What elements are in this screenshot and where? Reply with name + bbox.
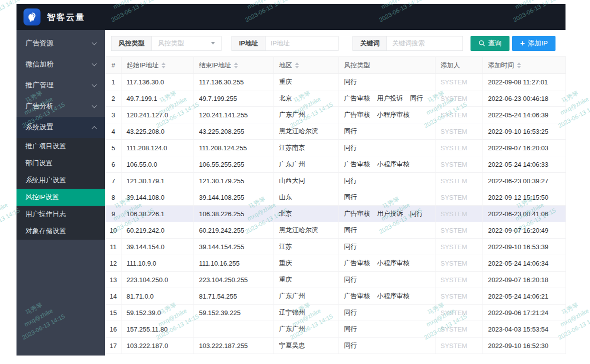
risk-type-filter-group: 风控类型 风控类型 xyxy=(111,36,222,51)
column-header-risk_types: 风控类型 xyxy=(339,57,436,74)
sidebar: 广告资源微信加粉推广管理广告分析系统设置推广项目设置部门设置系统用户设置风控IP… xyxy=(16,30,105,356)
cell-start-ip: 39.144.108.0 xyxy=(122,189,194,206)
table-row[interactable]: 17103.222.187.0103.222.187.255宁夏吴忠同行SYST… xyxy=(106,338,566,354)
sort-desc-icon xyxy=(517,66,521,68)
cell-start-ip: 81.71.0.0 xyxy=(122,288,194,305)
cell-end-ip: 81.71.54.255 xyxy=(194,288,274,305)
cell-start-ip: 106.55.0.0 xyxy=(122,156,194,173)
column-header-label: 添加人 xyxy=(440,61,460,69)
submenu-item-5[interactable]: 用户操作日志 xyxy=(16,206,105,223)
table-row[interactable]: 13223.104.250.0223.104.250.255重庆同行SYSTEM… xyxy=(106,272,566,288)
risk-type-tag: 同行 xyxy=(344,243,357,250)
sidebar-item-5[interactable]: 系统设置 xyxy=(16,117,105,138)
keyword-input[interactable] xyxy=(386,36,463,51)
sidebar-submenu: 推广项目设置部门设置系统用户设置风控IP设置用户操作日志对象存储设置 xyxy=(16,138,105,240)
table-row[interactable]: 6106.55.0.0106.55.255.255广东广州广告审核小程序审核SY… xyxy=(106,156,566,173)
table-row[interactable]: 12111.10.9.0111.10.16.255重庆广告审核小程序审核SYST… xyxy=(106,255,566,272)
risk-type-select[interactable]: 风控类型 xyxy=(152,36,222,51)
table-row[interactable]: 9106.38.226.1106.38.226.255北京广告审核用户投诉同行S… xyxy=(106,206,566,222)
submenu-item-2[interactable]: 部门设置 xyxy=(16,155,105,172)
sidebar-item-4[interactable]: 广告分析 xyxy=(16,96,105,117)
cell-risk-types: 广告审核小程序审核 xyxy=(339,107,436,123)
risk-type-tag: 同行 xyxy=(344,325,357,333)
column-header-label: # xyxy=(112,61,115,69)
watermark-line: mxq@zhike xyxy=(0,196,17,227)
table-row[interactable]: 16157.255.11.80广东广州同行SYSTEM2023-04-03 15… xyxy=(106,321,566,338)
search-button[interactable]: 查询 xyxy=(470,36,510,51)
cell-added-at: 2022-09-10 16:53:39 xyxy=(483,239,566,255)
cell-region: 广东广州 xyxy=(274,288,339,305)
column-header-label: 风控类型 xyxy=(344,61,370,69)
table-row[interactable]: 5111.208.124.0111.208.124.255江苏南京同行SYSTE… xyxy=(106,140,566,156)
chevron-down-icon xyxy=(92,82,97,87)
column-header-region[interactable]: 地区 xyxy=(274,57,339,74)
sort-asc-icon xyxy=(295,62,299,65)
submenu-item-4[interactable]: 风控IP设置 xyxy=(16,189,105,206)
cell-region: 广东广州 xyxy=(274,321,339,338)
table-row[interactable]: 1481.71.0.081.71.54.255广东广州广告审核小程序审核SYST… xyxy=(106,288,566,305)
column-header-start_ip[interactable]: 起始IP地址 xyxy=(122,57,194,74)
risk-type-tag: 小程序审核 xyxy=(377,259,410,267)
cell-start-ip: 60.219.242.0 xyxy=(122,222,194,239)
sidebar-item-1[interactable]: 广告资源 xyxy=(16,33,105,54)
chevron-down-icon xyxy=(92,61,97,66)
cell-added-at: 2023-04-03 15:53:54 xyxy=(483,321,566,338)
column-header-end_ip[interactable]: 结束IP地址 xyxy=(194,57,274,74)
cell-added-at: 2022-09-10 16:53:25 xyxy=(483,123,566,140)
cell-risk-types: 同行 xyxy=(339,189,436,206)
cell-added-by: SYSTEM xyxy=(436,272,483,288)
risk-type-tag: 同行 xyxy=(344,144,357,151)
risk-type-tag: 用户投诉 xyxy=(377,94,403,102)
cell-added-by: SYSTEM xyxy=(436,123,483,140)
risk-type-tag: 广告审核 xyxy=(344,160,370,168)
ip-input[interactable] xyxy=(265,36,338,51)
submenu-item-6[interactable]: 对象存储设置 xyxy=(16,223,105,240)
sidebar-item-2[interactable]: 微信加粉 xyxy=(16,54,105,75)
cell-risk-types: 广告审核小程序审核 xyxy=(339,288,436,305)
cell-added-at: 2022-09-06 17:21:24 xyxy=(483,305,566,321)
column-header-label: 地区 xyxy=(279,61,292,69)
risk-type-tag: 同行 xyxy=(344,78,357,85)
table-row[interactable]: 1559.152.39.059.152.39.225辽宁锦州同行SYSTEM20… xyxy=(106,305,566,321)
table-row[interactable]: 249.7.199.149.7.199.255北京广告审核用户投诉同行SYSTE… xyxy=(106,90,566,107)
submenu-item-3[interactable]: 系统用户设置 xyxy=(16,172,105,189)
table-row[interactable]: 839.144.108.039.144.108.255山东同行SYSTEM202… xyxy=(106,189,566,206)
table-row[interactable]: 443.225.208.043.225.208.255黑龙江哈尔滨同行SYSTE… xyxy=(106,123,566,140)
cell-added-by: SYSTEM xyxy=(436,321,483,338)
add-ip-button[interactable]: + 添加IP xyxy=(512,36,556,51)
cell-end-ip: 43.225.208.255 xyxy=(194,123,274,140)
sidebar-item-label: 系统设置 xyxy=(26,123,54,132)
app-title: 智客云量 xyxy=(47,11,85,23)
cell-region: 北京 xyxy=(274,90,339,107)
chevron-down-icon xyxy=(92,40,97,45)
cell-risk-types: 同行 xyxy=(339,272,436,288)
cell-no: 7 xyxy=(106,173,122,189)
cell-risk-types: 广告审核小程序审核 xyxy=(339,255,436,272)
cell-start-ip: 117.136.30.0 xyxy=(122,74,194,90)
sidebar-item-3[interactable]: 推广管理 xyxy=(16,75,105,96)
cell-region: 重庆 xyxy=(274,272,339,288)
risk-type-tag: 同行 xyxy=(410,94,423,102)
table-row[interactable]: 1117.136.30.0117.136.30.255重庆同行SYSTEM202… xyxy=(106,74,566,90)
risk-type-label: 风控类型 xyxy=(111,36,152,51)
table-row[interactable]: 1139.144.154.039.144.154.255江苏同行SYSTEM20… xyxy=(106,239,566,255)
risk-type-tag: 同行 xyxy=(344,177,357,184)
table-row[interactable]: 7121.30.179.1121.30.179.255山西大同同行SYSTEM2… xyxy=(106,173,566,189)
cell-added-by: SYSTEM xyxy=(436,140,483,156)
cell-start-ip: 157.255.11.80 xyxy=(122,321,194,338)
table-header-row: #起始IP地址结束IP地址地区风控类型添加人添加时间 xyxy=(106,57,566,74)
risk-type-tag: 广告审核 xyxy=(344,111,370,118)
table-row[interactable]: 1060.219.242.060.219.242.255黑龙江哈尔滨同行SYST… xyxy=(106,222,566,239)
sort-desc-icon xyxy=(234,66,238,68)
cell-region: 广东广州 xyxy=(274,107,339,123)
main-content: 风控类型 风控类型 IP地址 关键词 xyxy=(105,30,566,356)
column-header-added_at[interactable]: 添加时间 xyxy=(483,57,566,74)
cell-start-ip: 39.144.154.0 xyxy=(122,239,194,255)
cell-start-ip: 111.10.9.0 xyxy=(122,255,194,272)
table-row[interactable]: 3120.241.127.0120.241.141.255广东广州广告审核小程序… xyxy=(106,107,566,123)
submenu-item-1[interactable]: 推广项目设置 xyxy=(16,138,105,155)
cell-start-ip: 49.7.199.1 xyxy=(122,90,194,107)
cell-region: 黑龙江哈尔滨 xyxy=(274,222,339,239)
sort-icon xyxy=(234,62,238,68)
cell-added-by: SYSTEM xyxy=(436,239,483,255)
